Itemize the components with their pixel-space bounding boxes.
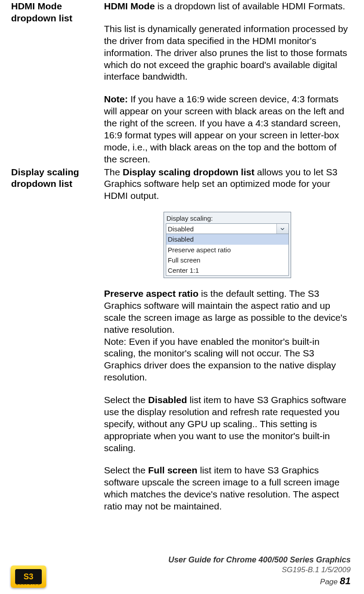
paragraph: Note: If you have a 16:9 wide screen dev… [104, 93, 350, 165]
list-item[interactable]: Center 1:1 [166, 265, 288, 275]
logo-glyph: S3 [24, 572, 33, 581]
logo-text: S3 [15, 569, 42, 584]
list-item[interactable]: Disabled [166, 234, 288, 244]
list-item[interactable]: Preserve aspect ratio [166, 245, 288, 255]
chevron-down-icon[interactable] [276, 224, 288, 234]
paragraph: Select the Full screen list item to have… [104, 465, 350, 513]
text: Select the [104, 465, 148, 475]
paragraph: Preserve aspect ratio is the default set… [104, 288, 350, 336]
text: The [104, 167, 123, 177]
page-content: HDMI Mode dropdown list HDMI Mode is a d… [0, 0, 364, 513]
paragraph: Note: Even if you have enabled the monit… [104, 336, 350, 384]
term-label: HDMI Mode dropdown list [11, 0, 104, 166]
bold-lead: Full screen [148, 465, 197, 475]
bold-lead: Note: [104, 94, 128, 104]
term-body: HDMI Mode is a dropdown list of availabl… [104, 0, 351, 166]
term-label: Display scaling dropdown list [11, 166, 104, 513]
page-footer: S3 GRAPHICS User Guide for Chrome 400/50… [11, 555, 351, 588]
footer-text: User Guide for Chrome 400/500 Series Gra… [168, 555, 351, 588]
dropdown-listbox[interactable]: Disabled Preserve aspect ratio Full scre… [166, 234, 289, 276]
dropdown-combobox[interactable]: Disabled [166, 223, 289, 234]
paragraph: The Display scaling dropdown list allows… [104, 166, 350, 202]
page-label: Page [320, 578, 340, 586]
bold-lead: Display scaling dropdown list [123, 167, 254, 177]
definition-table: HDMI Mode dropdown list HDMI Mode is a d… [11, 0, 351, 513]
paragraph: Select the Disabled list item to have S3… [104, 394, 350, 454]
bold-lead: HDMI Mode [104, 1, 155, 11]
text: is a dropdown list of available HDMI For… [155, 1, 345, 11]
definition-row: Display scaling dropdown list The Displa… [11, 166, 351, 513]
footer-line-1: User Guide for Chrome 400/500 Series Gra… [168, 555, 351, 565]
footer-page: Page 81 [168, 575, 351, 588]
term-body: The Display scaling dropdown list allows… [104, 166, 351, 513]
list-item[interactable]: Full screen [166, 255, 288, 265]
bold-lead: Preserve aspect ratio [104, 288, 198, 299]
paragraph: This list is dynamically generated infor… [104, 23, 350, 83]
s3-logo: S3 GRAPHICS [11, 566, 46, 588]
paragraph: HDMI Mode is a dropdown list of availabl… [104, 0, 350, 12]
bold-lead: Disabled [148, 395, 187, 405]
text: If you have a 16:9 wide screen device, 4… [104, 94, 344, 164]
dropdown-figure: Display scaling: Disabled Disabled Prese… [164, 212, 291, 278]
footer-line-2: SG195-B.1 1/5/2009 [168, 565, 351, 575]
dropdown-selected: Disabled [166, 225, 196, 233]
text: Select the [104, 395, 148, 405]
definition-row: HDMI Mode dropdown list HDMI Mode is a d… [11, 0, 351, 166]
dropdown-caption: Display scaling: [164, 212, 291, 223]
page-number: 81 [340, 575, 351, 586]
logo-subtext: GRAPHICS [16, 583, 40, 586]
